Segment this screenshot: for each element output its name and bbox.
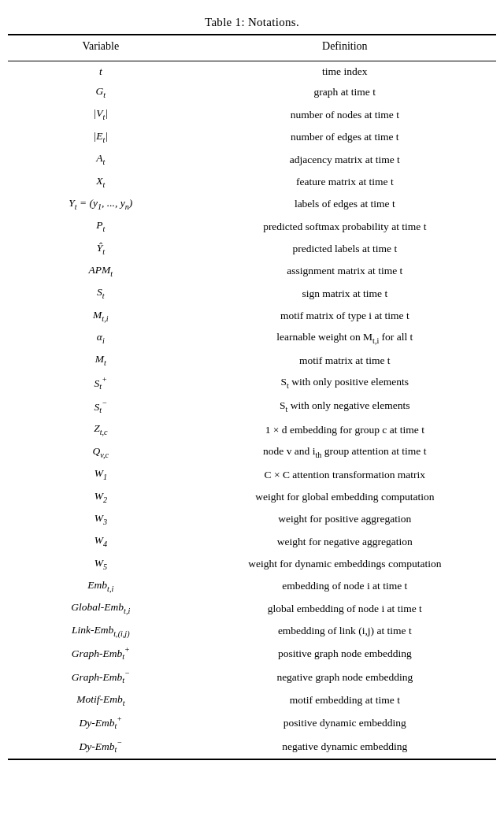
table-row: ttime index [8,61,496,81]
variable-cell: Mt [8,349,194,371]
table-row: |Vt|number of nodes at time t [8,103,496,125]
definition-cell: number of nodes at time t [194,103,496,125]
table-row: Motif-Embtmotif embedding at time t [8,689,496,711]
table-row: W5weight for dynamic embeddings computat… [8,553,496,575]
variable-cell: Link-Embt,(i,j) [8,620,194,642]
definition-cell: node v and ith group attention at time t [194,441,496,463]
variable-cell: Zt,c [8,418,194,440]
definition-cell: weight for dynamic embeddings computatio… [194,553,496,575]
definition-cell: weight for negative aggregation [194,530,496,552]
variable-cell: W1 [8,463,194,485]
definition-cell: graph at time t [194,81,496,103]
variable-cell: Graph-Embt− [8,666,194,689]
variable-cell: Mt,i [8,305,194,327]
variable-cell: |Et| [8,126,194,148]
table-row: W1C × C attention transformation matrix [8,463,496,485]
table-row: APMtassignment matrix at time t [8,260,496,282]
definition-cell: weight for global embedding computation [194,486,496,508]
variable-cell: |Vt| [8,103,194,125]
definition-cell: motif matrix at time t [194,349,496,371]
table-row: Ptpredicted softmax probability at time … [8,215,496,237]
table-row: Qv,cnode v and ith group attention at ti… [8,441,496,463]
variable-cell: αi [8,327,194,349]
table-row: W3weight for positive aggregation [8,508,496,530]
definition-cell: labels of edges at time t [194,193,496,215]
variable-cell: Motif-Embt [8,689,194,711]
variable-cell: W5 [8,553,194,575]
table-row: Graph-Embt−negative graph node embedding [8,666,496,689]
table-row: Mtmotif matrix at time t [8,349,496,371]
variable-cell: Graph-Embt+ [8,642,194,666]
variable-header: Variable [8,35,194,58]
variable-cell: Embt,i [8,575,194,597]
table-row: Graph-Embt+positive graph node embedding [8,642,496,666]
variable-cell: t [8,61,194,81]
variable-cell: St− [8,395,194,419]
definition-cell: feature matrix at time t [194,171,496,193]
table-row: St+St with only positive elements [8,372,496,395]
notations-table: Variable Definition ttime indexGtgraph a… [8,34,496,760]
table-row: Atadjacency matrix at time t [8,148,496,170]
definition-cell: St with only positive elements [194,372,496,395]
definition-cell: positive graph node embedding [194,642,496,666]
definition-cell: St with only negative elements [194,395,496,419]
definition-cell: predicted softmax probability at time t [194,215,496,237]
definition-cell: weight for positive aggregation [194,508,496,530]
variable-cell: Ŷt [8,238,194,260]
variable-cell: Yt = (y1, ..., yn) [8,193,194,215]
variable-cell: W2 [8,486,194,508]
table-row: αilearnable weight on Mt,i for all t [8,327,496,349]
variable-cell: W3 [8,508,194,530]
variable-cell: Qv,c [8,441,194,463]
variable-cell: Dy-Embt+ [8,711,194,735]
table-container: Table 1: Notations. Variable Definition … [8,16,496,760]
definition-cell: learnable weight on Mt,i for all t [194,327,496,349]
definition-cell: adjacency matrix at time t [194,148,496,170]
definition-cell: motif matrix of type i at time t [194,305,496,327]
variable-cell: W4 [8,530,194,552]
variable-cell: APMt [8,260,194,282]
definition-header: Definition [194,35,496,58]
table-row: Stsign matrix at time t [8,282,496,304]
table-row: Yt = (y1, ..., yn)labels of edges at tim… [8,193,496,215]
definition-cell: negative dynamic embedding [194,735,496,759]
definition-cell: motif embedding at time t [194,689,496,711]
table-row: W4weight for negative aggregation [8,530,496,552]
definition-cell: C × C attention transformation matrix [194,463,496,485]
table-row: Dy-Embt+positive dynamic embedding [8,711,496,735]
definition-cell: number of edges at time t [194,126,496,148]
table-row: Global-Embt,iglobal embedding of node i … [8,597,496,619]
table-title: Table 1: Notations. [8,16,496,29]
table-row: Gtgraph at time t [8,81,496,103]
table-row: Dy-Embt−negative dynamic embedding [8,735,496,759]
variable-cell: St+ [8,372,194,395]
definition-cell: negative graph node embedding [194,666,496,689]
table-row: |Et|number of edges at time t [8,126,496,148]
variable-cell: Global-Embt,i [8,597,194,619]
definition-cell: positive dynamic embedding [194,711,496,735]
table-row: Ŷtpredicted labels at time t [8,238,496,260]
table-row: Mt,imotif matrix of type i at time t [8,305,496,327]
table-row: Zt,c1 × d embedding for group c at time … [8,418,496,440]
definition-cell: embedding of link (i,j) at time t [194,620,496,642]
definition-cell: embedding of node i at time t [194,575,496,597]
variable-cell: Gt [8,81,194,103]
variable-cell: Dy-Embt− [8,735,194,759]
definition-cell: 1 × d embedding for group c at time t [194,418,496,440]
table-row: St−St with only negative elements [8,395,496,419]
definition-cell: time index [194,61,496,81]
table-row: Xtfeature matrix at time t [8,171,496,193]
definition-cell: sign matrix at time t [194,282,496,304]
definition-cell: predicted labels at time t [194,238,496,260]
definition-cell: global embedding of node i at time t [194,597,496,619]
table-row: Embt,iembedding of node i at time t [8,575,496,597]
table-row: Link-Embt,(i,j)embedding of link (i,j) a… [8,620,496,642]
definition-cell: assignment matrix at time t [194,260,496,282]
variable-cell: St [8,282,194,304]
variable-cell: At [8,148,194,170]
variable-cell: Pt [8,215,194,237]
variable-cell: Xt [8,171,194,193]
table-row: W2weight for global embedding computatio… [8,486,496,508]
